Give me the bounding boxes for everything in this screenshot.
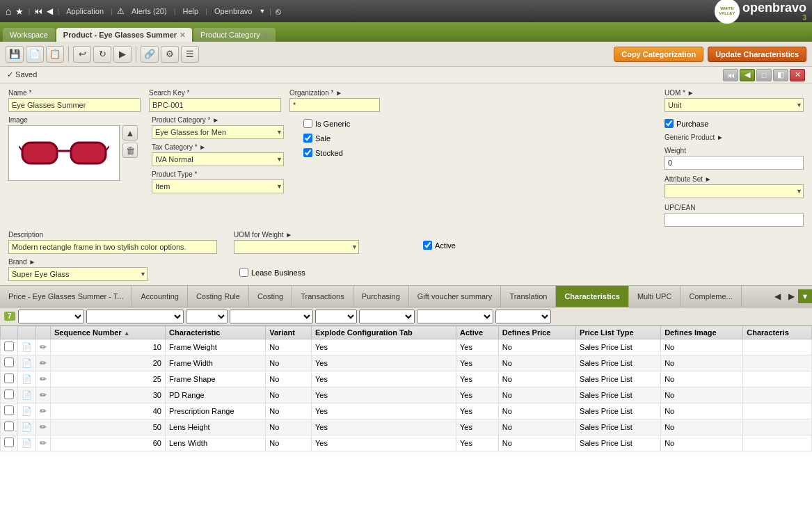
row-edit-cell[interactable]: ✏ (36, 435, 51, 451)
home-icon[interactable]: ⌂ (6, 6, 11, 17)
brand-select[interactable]: Super Eye Glass (8, 267, 148, 281)
tab-transactions[interactable]: Transactions (292, 286, 353, 307)
star-icon[interactable]: ★ (15, 6, 24, 17)
search-key-input[interactable] (149, 98, 281, 112)
tab-nav-next[interactable]: ▶ (784, 289, 798, 303)
uom-weight-select[interactable] (234, 240, 359, 254)
row-checkbox[interactable] (4, 390, 14, 399)
row-copy-icon[interactable]: 📄 (22, 390, 32, 400)
row-copy-cell[interactable]: 📄 (18, 403, 36, 419)
filter-seq[interactable] (18, 310, 84, 323)
save-button[interactable]: 💾 (6, 46, 24, 63)
nav-first-button[interactable]: ⏮ (723, 69, 738, 81)
alerts-menu[interactable]: Alerts (20) (129, 6, 170, 17)
image-upload-button[interactable]: ▲ (122, 125, 138, 141)
row-copy-icon[interactable]: 📄 (22, 422, 32, 432)
attribute-set-select[interactable] (664, 184, 804, 198)
row-checkbox-cell[interactable] (1, 387, 18, 403)
row-edit-icon[interactable]: ✏ (40, 374, 47, 384)
row-edit-cell[interactable]: ✏ (36, 403, 51, 419)
tab-costing[interactable]: Costing (249, 286, 292, 307)
tab-workspace[interactable]: Workspace (3, 28, 55, 42)
tab-multi-upc[interactable]: Multi UPC (629, 286, 681, 307)
row-checkbox[interactable] (4, 422, 14, 431)
tab-nav-dropdown[interactable]: ▼ (798, 289, 812, 303)
link-button[interactable]: 🔗 (141, 46, 159, 63)
description-input[interactable] (8, 240, 217, 254)
row-checkbox[interactable] (4, 406, 14, 415)
row-checkbox[interactable] (4, 342, 14, 351)
lease-business-checkbox[interactable] (239, 268, 248, 277)
nav-back[interactable]: ⏮ (34, 6, 42, 16)
row-copy-icon[interactable]: 📄 (22, 406, 32, 416)
image-delete-button[interactable]: 🗑 (122, 143, 138, 158)
tab-costing-rule[interactable]: Costing Rule (188, 286, 249, 307)
row-edit-cell[interactable]: ✏ (36, 355, 51, 371)
row-copy-icon[interactable]: 📄 (22, 358, 32, 368)
tab-product-category[interactable]: Product Category ✕ (193, 28, 276, 42)
row-checkbox-cell[interactable] (1, 419, 18, 435)
refresh-button[interactable]: ↻ (93, 46, 111, 63)
th-characteris[interactable]: Characteris (743, 326, 812, 339)
row-edit-icon[interactable]: ✏ (40, 438, 47, 448)
forward-button[interactable]: ▶ (113, 46, 132, 63)
nav-save-icon[interactable]: □ (756, 69, 772, 81)
tax-category-select[interactable]: IVA Normal (152, 152, 284, 166)
filter-defines-price[interactable] (359, 310, 415, 323)
th-characteristic[interactable]: Characteristic (165, 326, 265, 339)
uom-select[interactable]: Unit (664, 98, 804, 112)
product-category-select[interactable]: Eye Glasses for Men (152, 125, 284, 139)
filter-active[interactable] (315, 310, 357, 323)
row-copy-cell[interactable]: 📄 (18, 355, 36, 371)
tab-accounting[interactable]: Accounting (132, 286, 187, 307)
tab-purchasing[interactable]: Purchasing (353, 286, 409, 307)
filter-explode[interactable] (230, 310, 313, 323)
nav-prev[interactable]: ◀ (47, 6, 53, 16)
tab-characteristics[interactable]: Characteristics (556, 286, 629, 307)
row-edit-icon[interactable]: ✏ (40, 342, 47, 352)
tab-product-close[interactable]: ✕ (180, 31, 185, 39)
row-edit-icon[interactable]: ✏ (40, 358, 47, 368)
logout-icon[interactable]: ⎋ (276, 6, 281, 17)
th-defines-image[interactable]: Defines Image (661, 326, 743, 339)
row-edit-icon[interactable]: ✏ (40, 390, 47, 400)
nav-prev-button[interactable]: ◀ (740, 69, 755, 81)
settings-button[interactable]: ⚙ (161, 46, 179, 63)
brand-dropdown[interactable]: ▼ (259, 8, 265, 15)
row-copy-cell[interactable]: 📄 (18, 371, 36, 387)
th-price-list-type[interactable]: Price List Type (576, 326, 661, 339)
upc-ean-input[interactable] (664, 213, 804, 227)
new-button[interactable]: 📄 (26, 46, 44, 63)
organization-input[interactable] (289, 98, 380, 112)
row-checkbox[interactable] (4, 438, 14, 447)
row-copy-icon[interactable]: 📄 (22, 374, 32, 384)
row-checkbox-cell[interactable] (1, 371, 18, 387)
help-menu[interactable]: Help (180, 6, 201, 17)
th-seq-num[interactable]: Sequence Number ▲ (51, 326, 166, 339)
row-edit-icon[interactable]: ✏ (40, 406, 47, 416)
th-variant[interactable]: Variant (266, 326, 312, 339)
row-copy-cell[interactable]: 📄 (18, 419, 36, 435)
sale-checkbox[interactable] (303, 134, 312, 143)
th-explode-config[interactable]: Explode Configuration Tab (312, 326, 456, 339)
row-edit-cell[interactable]: ✏ (36, 339, 51, 355)
row-copy-cell[interactable]: 📄 (18, 339, 36, 355)
tab-translation[interactable]: Translation (501, 286, 556, 307)
undo-button[interactable]: ↩ (73, 46, 91, 63)
th-defines-price[interactable]: Defines Price (498, 326, 575, 339)
tab-complement[interactable]: Compleme... (680, 286, 741, 307)
tab-gift-voucher[interactable]: Gift voucher summary (409, 286, 502, 307)
nav-close-button[interactable]: ✕ (790, 69, 805, 81)
filter-price-list[interactable] (417, 310, 493, 323)
filter-char[interactable] (86, 310, 184, 323)
menu-button[interactable]: ☰ (181, 46, 199, 63)
th-active[interactable]: Active (456, 326, 499, 339)
row-edit-cell[interactable]: ✏ (36, 419, 51, 435)
row-checkbox[interactable] (4, 374, 14, 383)
filter-variant[interactable] (186, 310, 228, 323)
nav-restore-icon[interactable]: ◧ (773, 69, 788, 81)
row-edit-cell[interactable]: ✏ (36, 371, 51, 387)
alert-icon[interactable]: ⚠ (117, 6, 125, 16)
filter-defines-image[interactable] (495, 310, 551, 323)
name-input[interactable] (8, 98, 141, 112)
